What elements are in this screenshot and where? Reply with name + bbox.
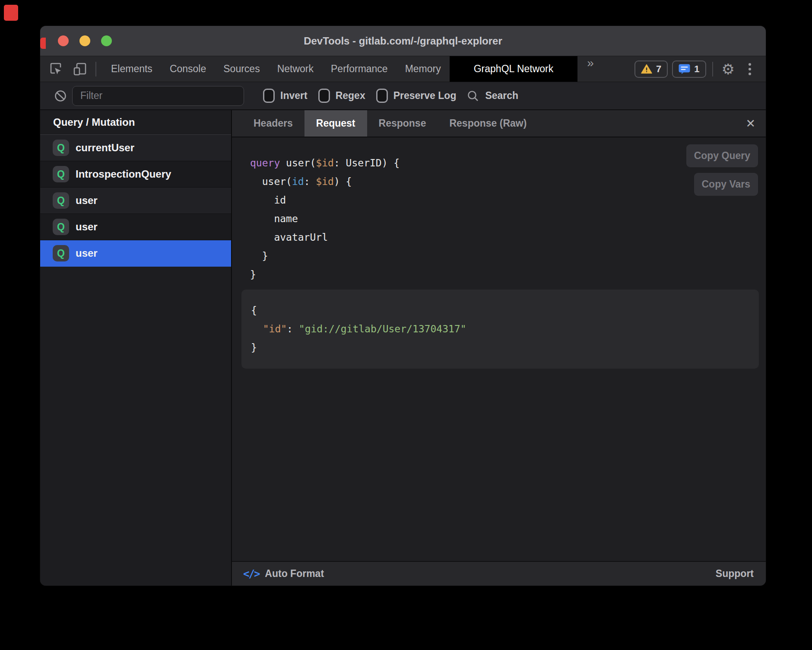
warnings-count: 7 xyxy=(656,64,661,75)
messages-count: 1 xyxy=(694,64,699,75)
clear-filter-icon[interactable] xyxy=(54,90,67,102)
list-item-user-1[interactable]: Q user xyxy=(40,188,231,214)
regex-label: Regex xyxy=(336,90,365,102)
tab-response[interactable]: Response xyxy=(367,110,438,137)
copy-buttons: Copy Query Copy Vars xyxy=(686,144,758,196)
toolbar-separator xyxy=(712,62,713,76)
warnings-badge[interactable]: 7 xyxy=(634,61,668,78)
tab-elements[interactable]: Elements xyxy=(102,56,161,82)
invert-checkbox[interactable] xyxy=(263,89,275,103)
request-detail-panel: Headers Request Response Response (Raw) … xyxy=(232,110,766,586)
request-query-code: query user($id: UserID) { user(id: $id) … xyxy=(232,137,766,284)
request-variables-box: { "id": "gid://gitlab/User/13704317"} xyxy=(241,290,759,369)
detail-footer: </> Auto Format Support xyxy=(232,561,766,586)
device-toolbar-icon[interactable] xyxy=(68,60,92,79)
tab-response-raw[interactable]: Response (Raw) xyxy=(438,110,538,137)
kebab-menu-icon[interactable] xyxy=(742,63,758,75)
settings-gear-icon[interactable]: ⚙ xyxy=(715,62,742,76)
detail-tabs: Headers Request Response Response (Raw) … xyxy=(232,110,766,137)
request-variables-code: { "id": "gid://gitlab/User/13704317"} xyxy=(251,301,759,357)
preserve-log-label: Preserve Log xyxy=(393,90,457,102)
list-item-user-2[interactable]: Q user xyxy=(40,214,231,240)
query-type-badge: Q xyxy=(53,245,69,261)
tab-request[interactable]: Request xyxy=(304,110,367,137)
invert-checkbox-group[interactable]: Invert xyxy=(263,89,308,103)
list-item-user-3-selected[interactable]: Q user xyxy=(40,240,231,267)
tab-network[interactable]: Network xyxy=(269,56,322,82)
filter-input[interactable] xyxy=(72,86,244,106)
main-area: Query / Mutation Q currentUser Q Introsp… xyxy=(40,110,766,586)
filter-bar: Invert Regex Preserve Log Search xyxy=(40,82,766,110)
inspect-element-icon[interactable] xyxy=(44,60,68,79)
list-item-currentuser[interactable]: Q currentUser xyxy=(40,135,231,161)
support-link[interactable]: Support xyxy=(716,568,754,580)
search-label: Search xyxy=(485,90,518,102)
copy-vars-button[interactable]: Copy Vars xyxy=(694,173,758,196)
message-icon xyxy=(679,64,690,74)
auto-format-button[interactable]: </> Auto Format xyxy=(243,568,324,580)
window-title: DevTools - gitlab.com/-/graphql-explorer xyxy=(40,35,766,47)
list-item-introspectionquery[interactable]: Q IntrospectionQuery xyxy=(40,161,231,188)
tab-sources[interactable]: Sources xyxy=(215,56,268,82)
recording-indicator xyxy=(4,5,18,21)
regex-checkbox-group[interactable]: Regex xyxy=(318,89,365,103)
devtools-window: DevTools - gitlab.com/-/graphql-explorer… xyxy=(40,26,766,586)
regex-checkbox[interactable] xyxy=(318,89,330,103)
close-detail-icon[interactable]: ✕ xyxy=(745,110,755,137)
recording-indicator-edge xyxy=(40,38,46,49)
copy-query-button[interactable]: Copy Query xyxy=(686,144,758,167)
messages-badge[interactable]: 1 xyxy=(672,61,706,78)
auto-format-label: Auto Format xyxy=(265,568,324,580)
search-control[interactable]: Search xyxy=(467,90,518,102)
query-type-badge: Q xyxy=(53,192,69,209)
tab-console[interactable]: Console xyxy=(161,56,215,82)
query-list-panel: Query / Mutation Q currentUser Q Introsp… xyxy=(40,110,232,586)
list-item-label: IntrospectionQuery xyxy=(76,168,171,180)
toolbar-right-cluster: 7 1 ⚙ xyxy=(630,61,758,78)
tab-headers[interactable]: Headers xyxy=(242,110,304,137)
code-brackets-icon: </> xyxy=(243,568,259,580)
warning-icon xyxy=(641,64,652,74)
preserve-log-checkbox[interactable] xyxy=(376,89,388,103)
query-list-header: Query / Mutation xyxy=(40,110,231,135)
list-item-label: user xyxy=(76,194,98,207)
request-content: query user($id: UserID) { user(id: $id) … xyxy=(232,137,766,561)
list-item-label: user xyxy=(76,247,98,259)
more-tabs-icon[interactable]: » xyxy=(577,56,603,82)
tab-graphql-network[interactable]: GraphQL Network xyxy=(450,56,578,82)
list-item-label: user xyxy=(76,221,98,233)
tab-performance[interactable]: Performance xyxy=(322,56,396,82)
panel-tabs: Elements Console Sources Network Perform… xyxy=(102,56,603,82)
query-type-badge: Q xyxy=(53,219,69,235)
search-icon xyxy=(467,90,479,102)
query-type-badge: Q xyxy=(53,166,69,182)
invert-label: Invert xyxy=(280,90,308,102)
toolbar-separator xyxy=(95,62,96,76)
preserve-log-checkbox-group[interactable]: Preserve Log xyxy=(376,89,457,103)
query-type-badge: Q xyxy=(53,140,69,156)
devtools-toolbar: Elements Console Sources Network Perform… xyxy=(40,56,766,82)
tab-memory[interactable]: Memory xyxy=(396,56,450,82)
title-bar: DevTools - gitlab.com/-/graphql-explorer xyxy=(40,26,766,56)
list-item-label: currentUser xyxy=(76,142,134,154)
